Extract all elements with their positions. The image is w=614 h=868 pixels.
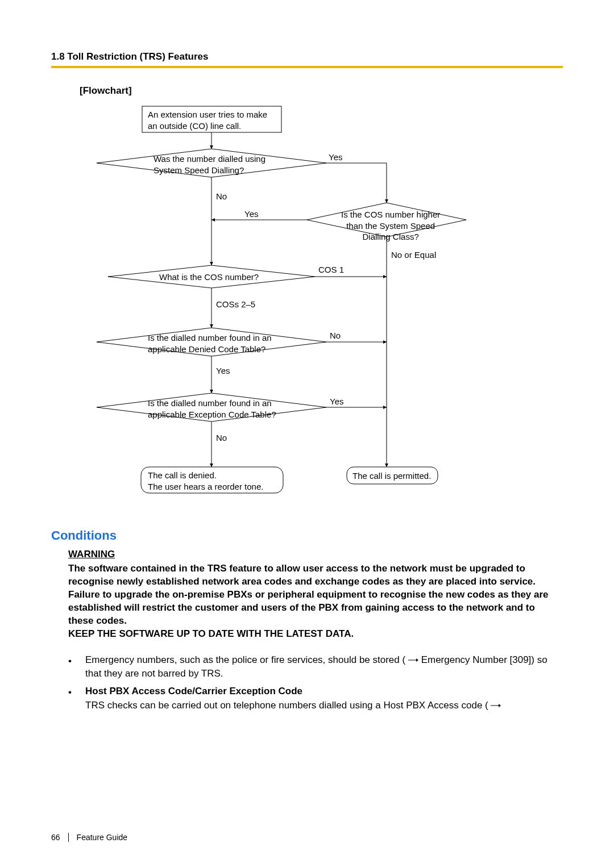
flow-permitted: The call is permitted. xyxy=(352,470,431,482)
flow-d2-yes: Yes xyxy=(244,209,258,219)
bullet-icon: • xyxy=(68,654,72,669)
flow-d4-yes: Yes xyxy=(216,366,230,375)
page: 1.8 Toll Restriction (TRS) Features [Flo… xyxy=(0,0,614,868)
flow-d1-no: No xyxy=(216,191,227,201)
section-header: 1.8 Toll Restriction (TRS) Features xyxy=(51,51,563,62)
flow-d3-cos1: COS 1 xyxy=(318,265,344,274)
condition-item: • Host PBX Access Code/Carrier Exception… xyxy=(68,685,563,712)
flowchart: An extension user tries to make an outsi… xyxy=(80,103,546,512)
condition-item: • Emergency numbers, such as the police … xyxy=(68,653,563,681)
flowchart-title: [Flowchart] xyxy=(80,85,563,97)
flow-d4: Is the dialled number found in an applic… xyxy=(148,332,272,354)
warning-p2: Failure to upgrade the on-premise PBXs o… xyxy=(68,589,549,626)
page-number: 66 xyxy=(51,833,69,842)
warning-p1: The software contained in the TRS featur… xyxy=(68,563,536,587)
warning-label: WARNING xyxy=(68,549,563,560)
conditions-list: • Emergency numbers, such as the police … xyxy=(68,653,563,713)
header-rule xyxy=(51,66,563,68)
arrow-right-icon xyxy=(491,703,501,708)
flow-d3-cos25: COSs 2–5 xyxy=(216,299,255,309)
conditions-title: Conditions xyxy=(51,528,563,543)
flow-d1: Was the number dialled using System Spee… xyxy=(154,153,265,176)
flow-d5: Is the dialled number found in an applic… xyxy=(148,398,276,420)
flow-d2: Is the COS number higher than the System… xyxy=(341,209,440,243)
flow-start: An extension user tries to make an outsi… xyxy=(148,109,267,131)
flowchart-svg xyxy=(80,103,546,512)
flow-d5-no: No xyxy=(216,433,227,443)
bullet-icon: • xyxy=(68,686,72,700)
condition-subtitle: Host PBX Access Code/Carrier Exception C… xyxy=(85,686,302,696)
flow-d5-yes: Yes xyxy=(330,397,343,406)
flow-denied: The call is denied. The user hears a reo… xyxy=(148,470,263,492)
flow-d4-no: No xyxy=(330,331,341,340)
flow-d2-no: No or Equal xyxy=(391,250,436,260)
condition-text-pre: Emergency numbers, such as the police or… xyxy=(85,654,405,665)
warning-body: The software contained in the TRS featur… xyxy=(68,562,563,641)
condition-text-pre: TRS checks can be carried out on telepho… xyxy=(85,700,488,711)
warning-p3: KEEP THE SOFTWARE UP TO DATE WITH THE LA… xyxy=(68,628,354,639)
arrow-right-icon xyxy=(408,657,418,663)
page-footer: 66 Feature Guide xyxy=(51,833,127,842)
doc-title-footer: Feature Guide xyxy=(77,833,128,842)
flow-d1-yes: Yes xyxy=(329,152,342,162)
flow-d3: What is the COS number? xyxy=(159,272,259,283)
